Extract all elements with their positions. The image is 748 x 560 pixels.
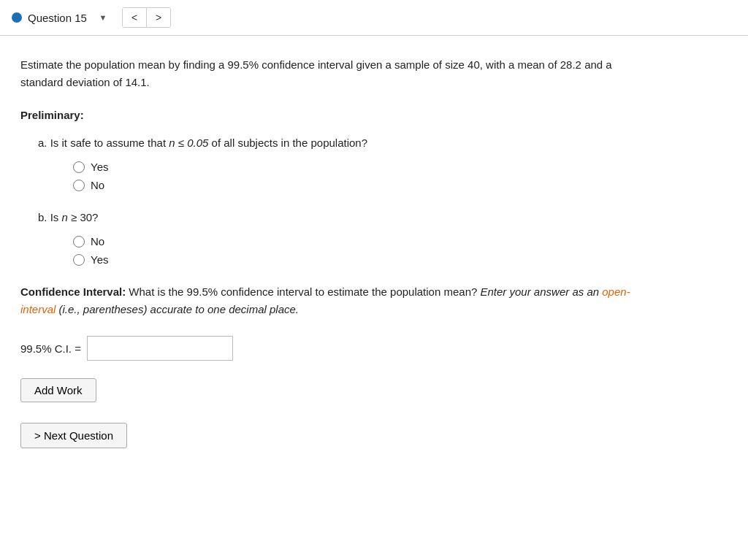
sub-a-no-label: No [91, 179, 104, 191]
ci-bold-label: Confidence Interval: [20, 285, 126, 298]
question-indicator: Question 15 [12, 12, 87, 24]
sub-question-a-text: a. Is it safe to assume that n ≤ 0.05 of… [38, 134, 637, 152]
ci-description: Confidence Interval: What is the 99.5% c… [20, 283, 637, 318]
main-content: Estimate the population mean by finding … [0, 36, 657, 469]
sub-a-text-after: of all subjects in the population? [208, 137, 367, 149]
sub-b-yes-radio[interactable] [73, 254, 85, 266]
sub-b-text-before: b. Is n ≥ 30? [38, 211, 98, 223]
ci-input-row: 99.5% C.I. = [20, 336, 637, 361]
sub-a-radio-group: Yes No [73, 161, 637, 191]
dropdown-arrow-icon[interactable]: ▼ [94, 9, 112, 26]
sub-a-math: n ≤ 0.05 [169, 137, 208, 149]
ci-text-part1: What is the 99.5% confidence interval to… [126, 285, 480, 298]
question-label: Question 15 [28, 12, 87, 24]
sub-b-radio-group: No Yes [73, 235, 637, 266]
sub-a-text-before: a. Is it safe to assume that [38, 137, 169, 149]
sub-b-no-label: No [91, 235, 104, 248]
sub-a-yes-radio[interactable] [73, 161, 85, 173]
sub-question-a: a. Is it safe to assume that n ≤ 0.05 of… [38, 134, 637, 191]
sub-a-yes-option[interactable]: Yes [73, 161, 637, 173]
sub-question-b: b. Is n ≥ 30? No Yes [38, 209, 637, 266]
ci-input-label: 99.5% C.I. = [20, 342, 81, 355]
ci-answer-input[interactable] [87, 336, 233, 361]
sub-b-yes-label: Yes [91, 253, 108, 266]
next-button[interactable]: > [147, 8, 170, 27]
question-text: Estimate the population mean by finding … [20, 56, 637, 91]
sub-a-no-option[interactable]: No [73, 179, 637, 191]
header-bar: Question 15 ▼ < > [0, 0, 748, 36]
nav-buttons: < > [122, 7, 171, 28]
sub-b-yes-option[interactable]: Yes [73, 253, 637, 266]
button-row: Add Work > Next Question [20, 378, 637, 448]
sub-question-b-text: b. Is n ≥ 30? [38, 209, 637, 226]
next-question-button[interactable]: > Next Question [20, 423, 127, 448]
blue-dot-icon [12, 12, 22, 23]
sub-b-no-radio[interactable] [73, 236, 85, 248]
preliminary-label: Preliminary: [20, 109, 637, 121]
ci-section: Confidence Interval: What is the 99.5% c… [20, 283, 637, 318]
add-work-button[interactable]: Add Work [20, 378, 96, 402]
sub-b-no-option[interactable]: No [73, 235, 637, 248]
sub-a-no-radio[interactable] [73, 180, 85, 191]
prev-button[interactable]: < [123, 8, 147, 27]
sub-a-yes-label: Yes [91, 161, 108, 173]
